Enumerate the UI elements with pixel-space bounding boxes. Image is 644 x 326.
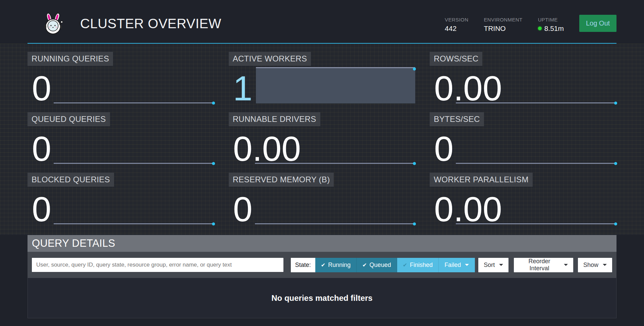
state-filter-finished[interactable]: ✔ Finished (397, 258, 439, 272)
uptime-text: 8.51m (544, 25, 564, 33)
stat-value: 0 (434, 131, 453, 166)
stat-value: 0 (32, 71, 51, 106)
chevron-down-icon (465, 264, 469, 266)
stat-card-worker-parallelism: WORKER PARALLELISM 0.00 (430, 173, 616, 224)
stat-card-running-queries: RUNNING QUERIES 0 (28, 52, 214, 103)
stat-cards-grid: RUNNING QUERIES 0 ACTIVE WORKERS 1 ROWS/… (28, 52, 616, 224)
stat-card-reserved-memory: RESERVED MEMORY (B) 0 (229, 173, 416, 224)
spark-point-icon (614, 222, 617, 225)
page-title: CLUSTER OVERVIEW (80, 16, 221, 31)
environment-label: ENVIRONMENT (484, 17, 522, 22)
version-label: VERSION (445, 17, 468, 22)
stat-label: WORKER PARALLELISM (430, 173, 532, 187)
state-filter-label: State: (291, 258, 315, 272)
check-icon: ✔ (321, 262, 325, 268)
uptime-label: UPTIME (538, 17, 564, 22)
stat-value: 0 (32, 192, 51, 227)
sort-dropdown-button[interactable]: Sort (478, 258, 508, 272)
query-details-header: QUERY DETAILS (28, 235, 616, 252)
sparkline-chart (54, 223, 214, 224)
spark-point-icon (413, 162, 416, 165)
stat-label: RUNNABLE DRIVERS (229, 112, 320, 126)
cluster-stats-section: RUNNING QUERIES 0 ACTIVE WORKERS 1 ROWS/… (0, 44, 644, 235)
stat-value: 0.00 (434, 71, 502, 106)
stat-card-runnable-drivers: RUNNABLE DRIVERS 0.00 (229, 112, 416, 164)
stat-card-rows-sec: ROWS/SEC 0.00 (430, 52, 616, 103)
query-details-title: QUERY DETAILS (32, 237, 115, 249)
spark-point-icon (212, 162, 215, 165)
spark-point-icon (614, 162, 617, 165)
stat-label: BLOCKED QUERIES (28, 173, 114, 187)
reorder-interval-dropdown-button[interactable]: Reorder Interval (514, 258, 573, 272)
state-filter-queued[interactable]: ✔ Queued (357, 258, 397, 272)
state-filter-failed-dropdown[interactable]: Failed (439, 258, 475, 272)
empty-results-message: No queries matched filters (271, 293, 372, 303)
state-filter-running[interactable]: ✔ Running (315, 258, 357, 272)
state-filter-running-label: Running (328, 262, 351, 269)
state-filter-finished-label: Finished (410, 262, 433, 269)
spark-point-icon (614, 101, 617, 104)
sparkline-chart (54, 163, 214, 164)
sort-label: Sort (484, 262, 495, 269)
meta-environment: ENVIRONMENT TRINO (484, 17, 522, 33)
sparkline-chart (456, 163, 616, 164)
reorder-interval-label: Reorder Interval (519, 258, 559, 272)
query-results-panel: No queries matched filters (28, 278, 616, 318)
chevron-down-icon (499, 264, 503, 266)
stat-label: ACTIVE WORKERS (229, 52, 311, 66)
stat-label: BYTES/SEC (430, 112, 484, 126)
state-filter-queued-label: Queued (370, 262, 391, 269)
stat-card-active-workers: ACTIVE WORKERS 1 (229, 52, 416, 103)
stat-label: RESERVED MEMORY (B) (229, 173, 334, 187)
logout-button[interactable]: Log Out (579, 15, 616, 32)
stat-card-bytes-sec: BYTES/SEC 0 (430, 112, 616, 164)
sparkline-chart (255, 223, 416, 224)
sparkline-area-chart (256, 67, 415, 103)
version-value: 442 (445, 25, 468, 33)
spark-point-icon (413, 222, 416, 225)
chevron-down-icon (603, 264, 607, 266)
stat-label: QUEUED QUERIES (28, 112, 110, 126)
header-meta: VERSION 442 ENVIRONMENT TRINO UPTIME 8.5… (445, 15, 616, 33)
stat-value: 0.00 (233, 131, 301, 166)
stat-label: RUNNING QUERIES (28, 52, 113, 66)
chevron-down-icon (564, 264, 568, 266)
check-icon: ✔ (362, 262, 367, 268)
uptime-status-dot-icon (538, 27, 542, 30)
show-label: Show (583, 262, 598, 269)
spark-point-icon (413, 67, 416, 71)
spark-point-icon (212, 101, 215, 104)
environment-value: TRINO (484, 25, 522, 33)
stat-value: 1 (233, 71, 253, 106)
uptime-value: 8.51m (538, 25, 564, 33)
stat-value: 0 (32, 131, 51, 166)
stat-value: 0.00 (434, 192, 502, 227)
state-filter-failed-label: Failed (444, 262, 461, 269)
spark-point-icon (212, 222, 215, 225)
stat-value: 0 (233, 192, 253, 227)
stat-card-blocked-queries: BLOCKED QUERIES 0 (28, 173, 214, 224)
stat-card-queued-queries: QUEUED QUERIES 0 (28, 112, 214, 164)
query-filter-toolbar: State: ✔ Running ✔ Queued ✔ Finished Fai… (28, 252, 616, 278)
query-search-input[interactable] (32, 258, 283, 272)
check-icon: ✔ (403, 262, 407, 268)
show-dropdown-button[interactable]: Show (578, 258, 612, 272)
trino-bunny-logo (42, 12, 65, 35)
sparkline-chart (54, 102, 214, 103)
state-filter-group: State: ✔ Running ✔ Queued ✔ Finished Fai… (291, 258, 475, 272)
app-header: CLUSTER OVERVIEW VERSION 442 ENVIRONMENT… (28, 0, 616, 43)
stat-label: ROWS/SEC (430, 52, 482, 66)
meta-uptime: UPTIME 8.51m (538, 17, 564, 33)
meta-version: VERSION 442 (445, 17, 468, 33)
